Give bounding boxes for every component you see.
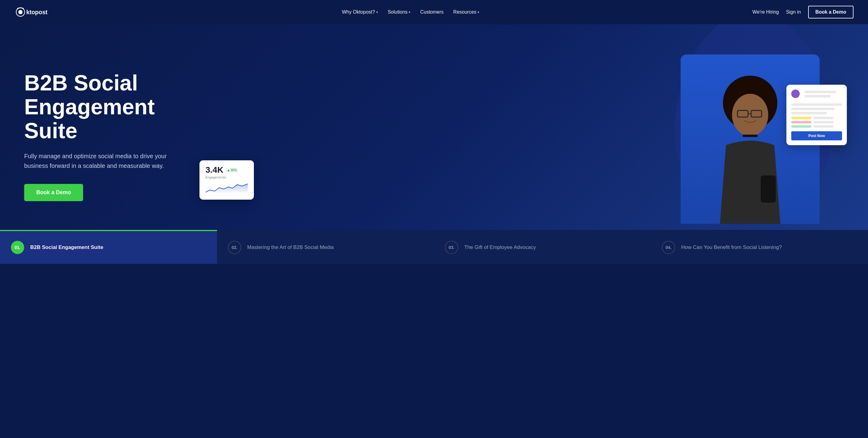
- engagements-number: 3.4K: [206, 165, 223, 175]
- svg-point-1: [19, 10, 23, 14]
- hero-right: Post Now 3.4K ▲ 30% Engagements: [206, 49, 844, 224]
- nav-resources[interactable]: Resources ▾: [453, 9, 479, 15]
- card-number-1: 01.: [11, 241, 24, 254]
- bottom-card-3[interactable]: 03. The Gift of Employee Advocacy: [434, 230, 651, 264]
- engagements-badge: ▲ 30%: [226, 168, 238, 172]
- hero-section: B2B Social Engagement Suite Fully manage…: [0, 24, 868, 230]
- card-icons: [791, 117, 842, 128]
- bottom-card-1[interactable]: 01. B2B Social Engagement Suite: [0, 230, 217, 264]
- card-number-2: 02.: [228, 241, 241, 254]
- svg-rect-9: [761, 175, 776, 203]
- nav-customers[interactable]: Customers: [420, 9, 443, 15]
- chevron-down-icon: ▾: [477, 10, 479, 14]
- card-content-lines: [791, 104, 842, 114]
- nav-hiring-link[interactable]: We're Hiring: [752, 9, 779, 15]
- avatar: [791, 90, 800, 98]
- post-composer-card: Post Now: [786, 85, 847, 145]
- bottom-card-2[interactable]: 02. Mastering the Art of B2B Social Medi…: [217, 230, 434, 264]
- hero-left: B2B Social Engagement Suite Fully manage…: [24, 71, 206, 201]
- nav-links: Why Oktopost? ▾ Solutions ▾ Customers Re…: [342, 9, 479, 15]
- chevron-down-icon: ▾: [409, 10, 410, 14]
- card-label-1: B2B Social Engagement Suite: [30, 244, 103, 251]
- bottom-card-4[interactable]: 04. How Can You Benefit from Social List…: [651, 230, 868, 264]
- mini-chart: [206, 181, 248, 195]
- hero-book-demo-button[interactable]: Book a Demo: [24, 184, 83, 201]
- card-label-3: The Gift of Employee Advocacy: [464, 244, 536, 251]
- nav-right: We're Hiring Sign in Book a Demo: [752, 6, 854, 19]
- navigation: ktopost Why Oktopost? ▾ Solutions ▾ Cust…: [0, 0, 868, 24]
- engagements-label: Engagements: [206, 175, 248, 179]
- hero-title: B2B Social Engagement Suite: [24, 71, 206, 143]
- bottom-cards-row: 01. B2B Social Engagement Suite 02. Mast…: [0, 230, 868, 264]
- nav-book-demo-button[interactable]: Book a Demo: [808, 6, 854, 19]
- hero-subtitle: Fully manage and optimize social media t…: [24, 151, 181, 171]
- card-line: [805, 95, 831, 97]
- card-number-4: 04.: [662, 241, 675, 254]
- svg-rect-8: [743, 135, 758, 137]
- nav-solutions[interactable]: Solutions ▾: [388, 9, 411, 15]
- card-label-4: How Can You Benefit from Social Listenin…: [681, 244, 782, 251]
- post-now-button[interactable]: Post Now: [791, 131, 842, 140]
- card-line: [805, 91, 836, 93]
- chevron-down-icon: ▾: [376, 10, 378, 14]
- nav-signin-link[interactable]: Sign in: [786, 9, 801, 15]
- svg-text:ktopost: ktopost: [26, 9, 48, 16]
- card-label-2: Mastering the Art of B2B Social Media: [247, 244, 334, 251]
- nav-why-oktopost[interactable]: Why Oktopost? ▾: [342, 9, 378, 15]
- engagements-card: 3.4K ▲ 30% Engagements: [199, 160, 254, 200]
- logo[interactable]: ktopost: [14, 5, 69, 19]
- card-number-3: 03.: [445, 241, 458, 254]
